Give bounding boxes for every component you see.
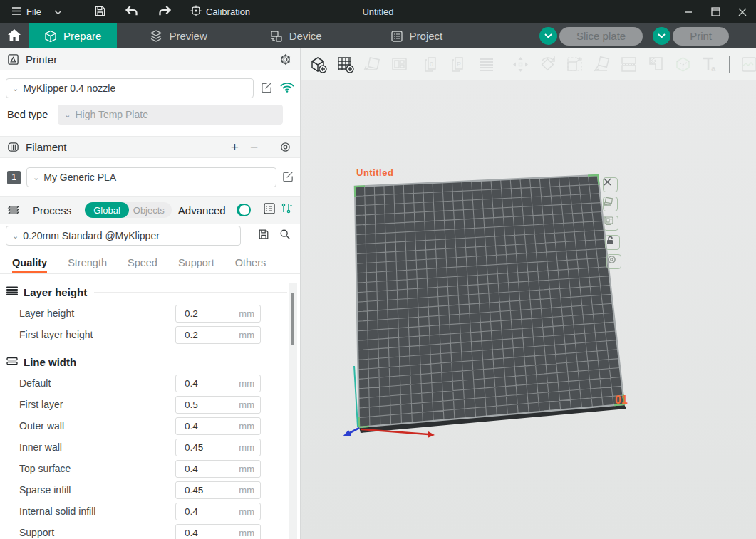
edit-filament-icon[interactable] bbox=[282, 170, 294, 185]
sidebar: Printer ⌄ MyKlipper 0.4 nozzle Bed type … bbox=[0, 48, 301, 539]
tab-device-label: Device bbox=[289, 30, 322, 42]
add-filament-button[interactable]: + bbox=[231, 140, 239, 154]
arrange-plate-button[interactable] bbox=[603, 197, 618, 211]
file-menu-label: File bbox=[26, 6, 41, 17]
unit-label: mm bbox=[239, 442, 260, 453]
assembly-view-icon[interactable] bbox=[475, 53, 497, 75]
inner-wall-line-width-input[interactable] bbox=[176, 441, 226, 454]
cut-icon[interactable] bbox=[618, 53, 639, 75]
color-paint-icon[interactable] bbox=[672, 53, 693, 75]
plate-name-label[interactable]: Untitled bbox=[356, 167, 393, 178]
plate-config-gear-button[interactable] bbox=[606, 254, 621, 269]
edit-printer-icon[interactable] bbox=[261, 81, 273, 96]
close-button[interactable] bbox=[729, 0, 756, 23]
chevron-down-icon: ⌄ bbox=[12, 231, 19, 241]
custom-gcode-icon[interactable] bbox=[738, 53, 756, 75]
unit-label: mm bbox=[239, 421, 260, 431]
tab-project[interactable]: Project bbox=[375, 23, 459, 48]
print-button[interactable]: Print bbox=[673, 27, 729, 46]
process-preset-value: 0.20mm Standard @MyKlipper bbox=[23, 230, 160, 241]
auto-orient-icon[interactable] bbox=[361, 53, 383, 75]
bed-type-select[interactable]: ⌄ High Temp Plate bbox=[58, 105, 283, 125]
sparse-infill-line-width-input[interactable] bbox=[176, 484, 226, 496]
chevron-down-icon: ⌄ bbox=[12, 84, 19, 93]
scope-objects[interactable]: Objects bbox=[129, 205, 172, 216]
support-paint-icon[interactable] bbox=[645, 53, 666, 75]
add-object-icon[interactable] bbox=[307, 53, 328, 75]
outer-wall-line-width-input[interactable] bbox=[176, 420, 226, 432]
lock-plate-button[interactable] bbox=[605, 235, 620, 250]
setting-input-box: mm bbox=[175, 305, 261, 323]
line-width-section: Line width bbox=[0, 351, 300, 372]
slice-plate-button[interactable]: Slice plate bbox=[559, 27, 643, 46]
delete-plate-button[interactable] bbox=[603, 177, 618, 192]
lay-on-face-icon[interactable] bbox=[591, 53, 612, 75]
advanced-toggle[interactable] bbox=[237, 204, 251, 216]
home-button[interactable] bbox=[0, 23, 29, 48]
scope-global[interactable]: Global bbox=[85, 202, 129, 218]
search-preset-icon[interactable] bbox=[279, 229, 291, 243]
calibration-button[interactable]: Calibration bbox=[186, 2, 254, 21]
print-options-button[interactable] bbox=[653, 27, 670, 45]
prepare-icon bbox=[44, 30, 57, 43]
add-plate-icon[interactable] bbox=[334, 53, 356, 75]
top-surface-line-width-input[interactable] bbox=[176, 463, 226, 475]
filament-section-header: Filament + − bbox=[0, 136, 300, 158]
rotate-icon[interactable] bbox=[537, 53, 558, 75]
settings-scrollbar-thumb[interactable] bbox=[291, 293, 294, 345]
file-menu-expand-button[interactable] bbox=[50, 4, 66, 20]
process-preset-select[interactable]: ⌄ 0.20mm Standard @MyKlipper bbox=[6, 226, 241, 246]
process-section-title: Process bbox=[33, 204, 71, 216]
tab-speed[interactable]: Speed bbox=[128, 257, 157, 273]
maximize-button[interactable] bbox=[702, 0, 729, 23]
unit-label: mm bbox=[239, 464, 260, 474]
parameter-list-icon[interactable] bbox=[263, 202, 276, 218]
internal-solid-infill-line-width-input[interactable] bbox=[176, 506, 226, 518]
printer-preset-select[interactable]: ⌄ MyKlipper 0.4 nozzle bbox=[6, 78, 254, 98]
undo-button[interactable] bbox=[120, 3, 143, 21]
scene-3d[interactable]: Untitled 01 bbox=[301, 80, 756, 539]
move-icon[interactable] bbox=[509, 53, 531, 75]
filament-slot-badge[interactable]: 1 bbox=[7, 171, 21, 184]
slice-options-button[interactable] bbox=[539, 27, 557, 45]
minimize-button[interactable] bbox=[675, 0, 702, 23]
process-scope-toggle[interactable]: Global Objects bbox=[85, 202, 172, 218]
split-to-parts-icon[interactable]: P bbox=[448, 53, 470, 75]
filament-settings-gear-icon[interactable] bbox=[279, 141, 291, 153]
plate-settings-button[interactable] bbox=[604, 216, 618, 231]
tab-preview[interactable]: Preview bbox=[134, 23, 222, 48]
settings-scrollbar-track[interactable] bbox=[289, 283, 297, 539]
save-button[interactable] bbox=[90, 2, 110, 22]
wifi-icon[interactable] bbox=[280, 82, 294, 95]
printer-settings-gear-icon[interactable] bbox=[279, 53, 291, 66]
main-tabbar: Prepare Preview Device Project Slice pla… bbox=[0, 23, 756, 48]
tab-device[interactable]: Device bbox=[254, 23, 338, 48]
remove-filament-button[interactable]: − bbox=[250, 140, 258, 154]
unit-label: mm bbox=[239, 308, 260, 319]
arrange-icon[interactable] bbox=[388, 53, 410, 75]
tab-strength[interactable]: Strength bbox=[68, 257, 107, 273]
setting-row: Inner wall mm bbox=[0, 436, 300, 458]
unit-label: mm bbox=[239, 506, 260, 517]
text-tool-icon[interactable]: a bbox=[699, 53, 720, 75]
file-menu-button[interactable]: File bbox=[7, 4, 46, 21]
default-line-width-input[interactable] bbox=[176, 377, 226, 389]
save-preset-icon[interactable] bbox=[258, 229, 269, 243]
scale-icon[interactable] bbox=[564, 53, 585, 75]
split-to-objects-icon[interactable]: 0 bbox=[421, 53, 442, 75]
tab-quality[interactable]: Quality bbox=[12, 257, 47, 273]
support-line-width-input[interactable] bbox=[176, 527, 226, 539]
tab-prepare-label: Prepare bbox=[63, 30, 101, 42]
process-preset-row: ⌄ 0.20mm Standard @MyKlipper bbox=[0, 224, 300, 253]
layer-height-input[interactable] bbox=[176, 308, 226, 320]
layer-height-icon bbox=[6, 286, 19, 298]
chevron-down-icon bbox=[54, 6, 62, 17]
redo-button[interactable] bbox=[154, 3, 176, 21]
first-layer-line-width-input[interactable] bbox=[176, 399, 226, 411]
tab-support[interactable]: Support bbox=[178, 257, 214, 273]
first-layer-height-input[interactable] bbox=[176, 329, 226, 341]
tab-prepare[interactable]: Prepare bbox=[29, 23, 117, 48]
tab-others[interactable]: Others bbox=[235, 257, 266, 273]
filament-preset-select[interactable]: ⌄ My Generic PLA bbox=[26, 167, 276, 187]
tune-params-icon[interactable] bbox=[280, 202, 293, 218]
